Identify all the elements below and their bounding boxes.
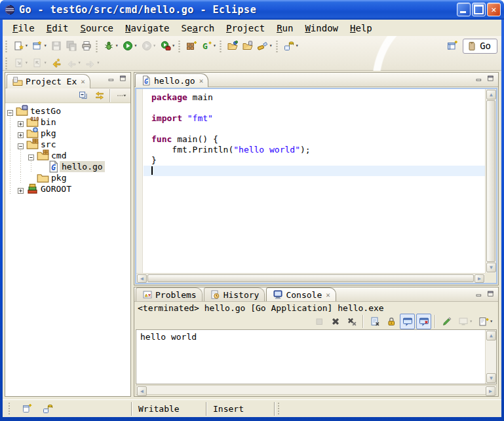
- tree-item-pkg[interactable]: pkg: [5, 172, 130, 183]
- scroll-up-icon[interactable]: ▲: [486, 331, 496, 340]
- tab-hello-go[interactable]: G hello.go ✕: [135, 73, 208, 87]
- scroll-right-icon[interactable]: ▶: [475, 274, 484, 283]
- debug-button[interactable]: ▾: [102, 38, 121, 54]
- open-console-button[interactable]: ▾: [476, 314, 495, 329]
- expand-icon[interactable]: [18, 186, 24, 192]
- code-line[interactable]: [144, 124, 485, 134]
- code-line[interactable]: fmt.Println("hello world");: [144, 145, 485, 155]
- expand-icon[interactable]: [18, 119, 24, 125]
- scroll-up-icon[interactable]: ▲: [486, 90, 496, 100]
- editor-minimize-button[interactable]: [475, 75, 484, 83]
- tree-item-cmd[interactable]: cmd: [5, 150, 130, 161]
- editor-horizontal-scrollbar[interactable]: ◀ ▶: [136, 273, 485, 283]
- remove-all-terminated-button[interactable]: [344, 314, 359, 329]
- search-button[interactable]: ▾: [256, 38, 275, 54]
- open-resource-button[interactable]: [241, 38, 256, 54]
- open-console-dropdown-icon[interactable]: ▾: [490, 319, 493, 324]
- menu-run[interactable]: Run: [271, 22, 299, 35]
- code-line[interactable]: import "fmt": [144, 113, 485, 124]
- run-dropdown-icon[interactable]: ▾: [134, 43, 137, 48]
- tree-item-pkg[interactable]: pkg: [5, 128, 130, 139]
- collapse-icon[interactable]: [18, 141, 24, 147]
- project-tree[interactable]: testGo010binpkgsrccmdGhello.gopkgGOROOT: [5, 103, 130, 396]
- code-line[interactable]: func main() {: [144, 134, 485, 145]
- expand-icon[interactable]: [18, 130, 24, 136]
- code-line[interactable]: [144, 103, 485, 113]
- new-element-dropdown-icon[interactable]: ▾: [44, 43, 47, 48]
- new-wizard-dropdown-icon[interactable]: ▾: [25, 43, 28, 48]
- tree-expander-cell[interactable]: [16, 128, 26, 139]
- tree-expander-cell[interactable]: [26, 150, 37, 161]
- menu-search[interactable]: Search: [176, 22, 221, 35]
- scroll-left-icon[interactable]: ◀: [137, 386, 147, 396]
- maximize-button[interactable]: [472, 3, 486, 16]
- console-output-area[interactable]: hello world ▲ ▼: [136, 329, 497, 384]
- tree-item-src[interactable]: src: [5, 139, 130, 150]
- debug-dropdown-icon[interactable]: ▾: [115, 43, 119, 48]
- tree-expander-cell[interactable]: [16, 139, 26, 150]
- tab-problems[interactable]: Problems: [136, 287, 203, 301]
- console-tab-close-icon[interactable]: ✕: [324, 291, 330, 299]
- clear-console-button[interactable]: [367, 314, 382, 329]
- remove-launch-button[interactable]: [328, 314, 343, 329]
- scroll-down-icon[interactable]: ▼: [486, 263, 496, 272]
- scroll-thumb[interactable]: [486, 100, 495, 262]
- search-dropdown-icon[interactable]: ▾: [269, 43, 273, 48]
- explorer-maximize-button[interactable]: [119, 75, 128, 83]
- open-perspective-button[interactable]: [444, 38, 459, 54]
- menu-project[interactable]: Project: [220, 22, 271, 35]
- menu-window[interactable]: Window: [299, 22, 344, 35]
- console-vertical-scrollbar[interactable]: ▲ ▼: [485, 330, 496, 384]
- code-line[interactable]: package main: [144, 92, 485, 103]
- new-element-button[interactable]: ▾: [30, 38, 49, 54]
- new-go-package-button[interactable]: [184, 38, 199, 54]
- external-tools-dropdown-icon[interactable]: ▾: [172, 43, 175, 48]
- tree-expander-cell[interactable]: [16, 117, 26, 128]
- new-go-type-dropdown-icon[interactable]: ▾: [213, 43, 216, 48]
- scroll-thumb[interactable]: [147, 274, 474, 282]
- tree-expander-cell[interactable]: [5, 105, 16, 117]
- external-tools-button[interactable]: ▾: [158, 38, 177, 54]
- last-edit-location-button[interactable]: [49, 55, 64, 71]
- go-perspective-button[interactable]: Go: [463, 39, 497, 54]
- new-go-type-button[interactable]: G▾: [199, 38, 218, 54]
- code-editor[interactable]: package mainimport "fmt"func main() { fm…: [136, 89, 485, 273]
- code-line[interactable]: }: [144, 155, 485, 166]
- fast-view-button[interactable]: [19, 401, 34, 416]
- tab-console[interactable]: Console✕: [266, 287, 336, 301]
- menu-help[interactable]: Help: [344, 22, 378, 35]
- menu-source[interactable]: Source: [74, 22, 119, 35]
- editor-maximize-button[interactable]: [487, 75, 495, 83]
- tree-expander-cell[interactable]: [16, 183, 26, 194]
- tab-project-explorer[interactable]: Project Ex ✕: [7, 74, 90, 88]
- view-menu-button[interactable]: [113, 88, 128, 103]
- new-wizard-button[interactable]: ▾: [11, 38, 30, 54]
- pin-console-button[interactable]: [439, 314, 454, 329]
- db-toggle-button[interactable]: [40, 401, 55, 416]
- scroll-right-icon[interactable]: ▶: [486, 386, 495, 396]
- sync-views-dropdown-icon[interactable]: ▾: [296, 43, 299, 48]
- scroll-down-icon[interactable]: ▼: [486, 373, 496, 383]
- tree-item-bin[interactable]: 010bin: [5, 117, 130, 128]
- run-button[interactable]: ▾: [120, 38, 139, 54]
- title-bar[interactable]: Go - testGo/src/cmd/hello.go - Eclipse: [0, 0, 504, 20]
- open-type-button[interactable]: [225, 38, 241, 54]
- show-stderr-button[interactable]: [416, 314, 431, 329]
- explorer-close-icon[interactable]: ✕: [79, 77, 85, 86]
- editor-tab-close-icon[interactable]: ✕: [198, 77, 204, 85]
- menu-edit[interactable]: Edit: [41, 22, 75, 35]
- editor-vertical-scrollbar[interactable]: ▲ ▼: [485, 89, 496, 273]
- code-line[interactable]: [144, 166, 485, 176]
- menu-navigate[interactable]: Navigate: [119, 22, 175, 35]
- console-horizontal-scrollbar[interactable]: ◀ ▶: [136, 385, 497, 395]
- menu-file[interactable]: File: [7, 22, 41, 35]
- collapse-icon[interactable]: [28, 153, 34, 158]
- print-button[interactable]: [79, 38, 94, 54]
- collapse-icon[interactable]: [7, 108, 13, 114]
- tree-item-hello-go[interactable]: Ghello.go: [5, 161, 130, 172]
- tree-item-goroot[interactable]: GOROOT: [5, 183, 130, 194]
- scroll-left-icon[interactable]: ◀: [137, 274, 147, 283]
- scroll-lock-button[interactable]: [383, 314, 398, 329]
- link-editor-button[interactable]: [92, 88, 107, 103]
- explorer-minimize-button[interactable]: [107, 75, 116, 83]
